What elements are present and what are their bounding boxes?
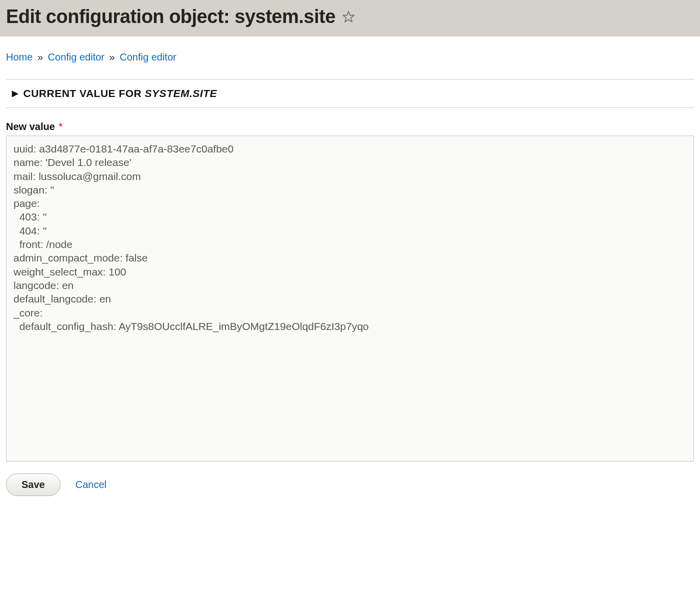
summary-object-name: SYSTEM.SITE bbox=[145, 88, 217, 99]
svg-marker-0 bbox=[343, 11, 354, 22]
favorite-star-icon[interactable] bbox=[342, 10, 356, 24]
current-value-summary[interactable]: ▶ CURRENT VALUE FOR SYSTEM.SITE bbox=[12, 88, 688, 100]
breadcrumb-link-config-editor-1[interactable]: Config editor bbox=[48, 52, 104, 62]
new-value-textarea[interactable] bbox=[6, 136, 694, 461]
form-actions: Save Cancel bbox=[6, 474, 694, 496]
breadcrumb-link-home[interactable]: Home bbox=[6, 52, 32, 62]
save-button[interactable]: Save bbox=[6, 474, 60, 496]
disclosure-triangle-icon: ▶ bbox=[12, 90, 18, 98]
breadcrumb-separator: » bbox=[110, 52, 115, 62]
breadcrumb-separator: » bbox=[38, 52, 43, 62]
page-title: Edit configuration object: system.site bbox=[6, 6, 336, 28]
cancel-link[interactable]: Cancel bbox=[76, 479, 106, 490]
new-value-field: New value * bbox=[6, 121, 694, 462]
breadcrumb-link-config-editor-2[interactable]: Config editor bbox=[120, 52, 176, 62]
new-value-label: New value * bbox=[6, 121, 694, 132]
title-bar: Edit configuration object: system.site bbox=[0, 0, 700, 36]
current-value-details[interactable]: ▶ CURRENT VALUE FOR SYSTEM.SITE bbox=[6, 79, 694, 108]
new-value-label-text: New value bbox=[6, 121, 55, 132]
content-region: Home » Config editor » Config editor ▶ C… bbox=[0, 36, 700, 502]
new-value-textarea-wrap bbox=[6, 136, 694, 462]
summary-prefix: CURRENT VALUE FOR bbox=[24, 88, 145, 99]
breadcrumb: Home » Config editor » Config editor bbox=[6, 52, 694, 63]
required-marker: * bbox=[58, 121, 62, 132]
